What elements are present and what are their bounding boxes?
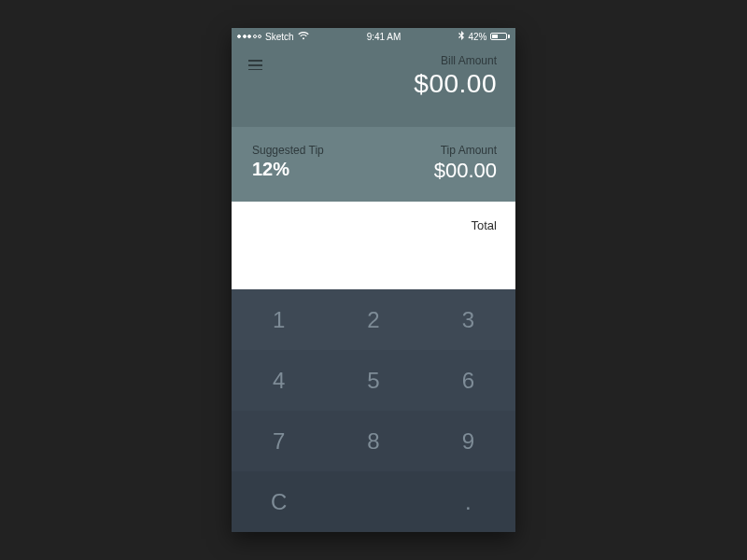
bill-amount-block: Bill Amount $00.00 (414, 54, 497, 99)
key-1[interactable]: 1 (232, 289, 326, 350)
total-panel: Total (232, 202, 515, 289)
suggested-tip-label: Suggested Tip (252, 144, 324, 157)
tip-amount-block: Tip Amount $00.00 (434, 144, 497, 190)
key-5[interactable]: 5 (326, 350, 420, 411)
battery-pct: 42% (468, 32, 486, 42)
key-6[interactable]: 6 (421, 350, 515, 411)
tip-amount-value: $00.00 (434, 159, 497, 183)
key-3[interactable]: 3 (421, 289, 515, 350)
phone-frame: Sketch 9:41 AM 42% Bill Amou (232, 28, 515, 532)
status-bar: Sketch 9:41 AM 42% (232, 28, 515, 45)
wifi-icon (298, 32, 309, 42)
suggested-tip-block: Suggested Tip 12% (252, 144, 324, 190)
key-empty (326, 471, 420, 532)
status-left: Sketch (237, 32, 309, 42)
keypad: 1 2 3 4 5 6 7 8 9 C . (232, 289, 515, 532)
bluetooth-icon (458, 31, 464, 42)
key-7[interactable]: 7 (232, 411, 326, 471)
key-4[interactable]: 4 (232, 350, 326, 411)
suggested-tip-value: 12% (252, 159, 324, 180)
carrier-label: Sketch (265, 32, 294, 42)
status-right: 42% (458, 31, 510, 42)
key-2[interactable]: 2 (326, 289, 420, 350)
status-time: 9:41 AM (367, 32, 402, 42)
tip-panel: Suggested Tip 12% Tip Amount $00.00 (232, 127, 515, 202)
key-clear[interactable]: C (232, 471, 326, 532)
bill-amount-label: Bill Amount (414, 54, 497, 67)
menu-icon[interactable] (248, 54, 262, 70)
signal-dots-icon (237, 35, 261, 38)
bill-amount-value: $00.00 (414, 69, 497, 99)
total-label: Total (472, 218, 497, 232)
bill-panel: Bill Amount $00.00 (232, 45, 515, 127)
battery-icon (490, 33, 510, 40)
tip-amount-label: Tip Amount (434, 144, 497, 157)
key-9[interactable]: 9 (421, 411, 515, 471)
key-8[interactable]: 8 (326, 411, 420, 471)
key-dot[interactable]: . (421, 471, 515, 532)
